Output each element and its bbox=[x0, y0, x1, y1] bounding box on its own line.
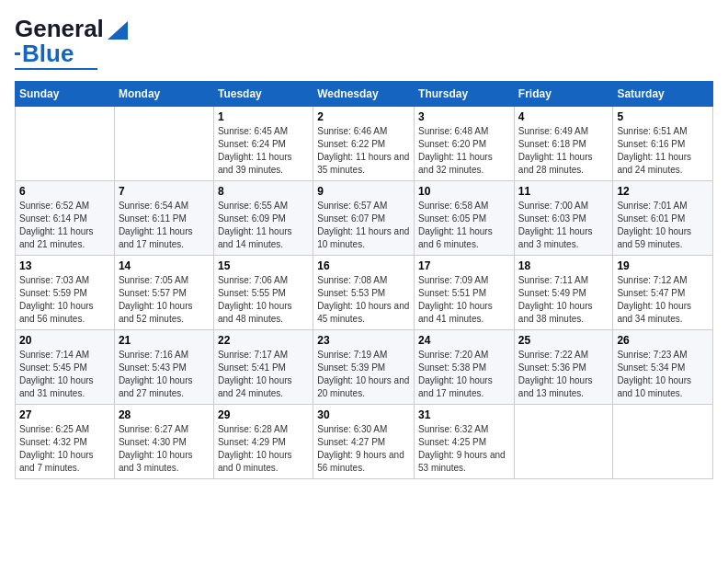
calendar-cell: 15Sunrise: 7:06 AM Sunset: 5:55 PM Dayli… bbox=[213, 256, 313, 330]
day-info: Sunrise: 7:19 AM Sunset: 5:39 PM Dayligh… bbox=[317, 349, 410, 400]
day-info: Sunrise: 7:06 AM Sunset: 5:55 PM Dayligh… bbox=[218, 274, 309, 326]
day-info: Sunrise: 6:51 AM Sunset: 6:16 PM Dayligh… bbox=[617, 125, 709, 177]
day-number: 5 bbox=[617, 110, 709, 123]
calendar-cell: 4Sunrise: 6:49 AM Sunset: 6:18 PM Daylig… bbox=[514, 107, 613, 181]
calendar-cell: 28Sunrise: 6:27 AM Sunset: 4:30 PM Dayli… bbox=[114, 405, 213, 479]
calendar-cell: 14Sunrise: 7:05 AM Sunset: 5:57 PM Dayli… bbox=[114, 256, 213, 330]
calendar-cell: 9Sunrise: 6:57 AM Sunset: 6:07 PM Daylig… bbox=[313, 181, 415, 256]
day-number: 30 bbox=[317, 408, 410, 421]
calendar-cell bbox=[114, 107, 213, 181]
calendar-cell: 10Sunrise: 6:58 AM Sunset: 6:05 PM Dayli… bbox=[415, 181, 515, 256]
day-info: Sunrise: 6:32 AM Sunset: 4:25 PM Dayligh… bbox=[418, 423, 510, 475]
day-info: Sunrise: 7:01 AM Sunset: 6:01 PM Dayligh… bbox=[617, 200, 709, 251]
day-number: 3 bbox=[418, 110, 510, 123]
dow-header: Saturday bbox=[613, 82, 713, 107]
calendar-cell: 22Sunrise: 7:17 AM Sunset: 5:41 PM Dayli… bbox=[213, 330, 313, 405]
day-info: Sunrise: 7:14 AM Sunset: 5:45 PM Dayligh… bbox=[19, 349, 110, 400]
day-info: Sunrise: 7:17 AM Sunset: 5:41 PM Dayligh… bbox=[218, 349, 309, 400]
calendar-cell: 20Sunrise: 7:14 AM Sunset: 5:45 PM Dayli… bbox=[16, 330, 115, 405]
calendar-cell: 3Sunrise: 6:48 AM Sunset: 6:20 PM Daylig… bbox=[415, 107, 515, 181]
calendar-cell: 26Sunrise: 7:23 AM Sunset: 5:34 PM Dayli… bbox=[613, 330, 713, 405]
day-info: Sunrise: 6:58 AM Sunset: 6:05 PM Dayligh… bbox=[418, 200, 510, 251]
calendar-cell: 17Sunrise: 7:09 AM Sunset: 5:51 PM Dayli… bbox=[415, 256, 515, 330]
day-info: Sunrise: 6:46 AM Sunset: 6:22 PM Dayligh… bbox=[317, 125, 410, 177]
day-info: Sunrise: 6:45 AM Sunset: 6:24 PM Dayligh… bbox=[218, 125, 309, 177]
day-number: 17 bbox=[418, 259, 510, 272]
calendar-cell: 19Sunrise: 7:12 AM Sunset: 5:47 PM Dayli… bbox=[613, 256, 713, 330]
calendar-cell: 31Sunrise: 6:32 AM Sunset: 4:25 PM Dayli… bbox=[415, 405, 515, 479]
day-number: 25 bbox=[518, 334, 609, 347]
dow-header: Friday bbox=[514, 82, 613, 107]
day-info: Sunrise: 7:20 AM Sunset: 5:38 PM Dayligh… bbox=[418, 349, 510, 400]
day-number: 18 bbox=[518, 259, 609, 272]
calendar-cell: 16Sunrise: 7:08 AM Sunset: 5:53 PM Dayli… bbox=[313, 256, 415, 330]
day-number: 4 bbox=[518, 110, 609, 123]
day-number: 16 bbox=[317, 259, 410, 272]
calendar-cell: 24Sunrise: 7:20 AM Sunset: 5:38 PM Dayli… bbox=[415, 330, 515, 405]
day-info: Sunrise: 7:23 AM Sunset: 5:34 PM Dayligh… bbox=[617, 349, 709, 400]
day-number: 19 bbox=[617, 259, 709, 272]
day-info: Sunrise: 7:00 AM Sunset: 6:03 PM Dayligh… bbox=[518, 200, 609, 251]
day-number: 21 bbox=[119, 334, 210, 347]
day-info: Sunrise: 6:55 AM Sunset: 6:09 PM Dayligh… bbox=[218, 200, 309, 251]
day-info: Sunrise: 7:05 AM Sunset: 5:57 PM Dayligh… bbox=[119, 274, 210, 326]
logo: General Blue bbox=[15, 15, 128, 70]
day-number: 13 bbox=[19, 259, 110, 272]
calendar-cell: 21Sunrise: 7:16 AM Sunset: 5:43 PM Dayli… bbox=[114, 330, 213, 405]
day-info: Sunrise: 6:30 AM Sunset: 4:27 PM Dayligh… bbox=[317, 423, 410, 475]
calendar-cell: 30Sunrise: 6:30 AM Sunset: 4:27 PM Dayli… bbox=[313, 405, 415, 479]
day-info: Sunrise: 6:57 AM Sunset: 6:07 PM Dayligh… bbox=[317, 200, 410, 251]
day-number: 6 bbox=[19, 185, 110, 198]
day-number: 22 bbox=[218, 334, 309, 347]
calendar-cell: 27Sunrise: 6:25 AM Sunset: 4:32 PM Dayli… bbox=[16, 405, 115, 479]
logo-arrow-icon bbox=[108, 21, 128, 40]
calendar-cell: 13Sunrise: 7:03 AM Sunset: 5:59 PM Dayli… bbox=[16, 256, 115, 330]
dow-header: Tuesday bbox=[213, 82, 313, 107]
day-number: 8 bbox=[218, 185, 309, 198]
page-header: General Blue bbox=[15, 15, 713, 70]
day-info: Sunrise: 7:22 AM Sunset: 5:36 PM Dayligh… bbox=[518, 349, 609, 400]
dow-header: Wednesday bbox=[313, 82, 415, 107]
calendar-cell bbox=[613, 405, 713, 479]
day-info: Sunrise: 6:48 AM Sunset: 6:20 PM Dayligh… bbox=[418, 125, 510, 177]
day-number: 24 bbox=[418, 334, 510, 347]
day-info: Sunrise: 7:16 AM Sunset: 5:43 PM Dayligh… bbox=[119, 349, 210, 400]
day-number: 14 bbox=[119, 259, 210, 272]
day-info: Sunrise: 7:11 AM Sunset: 5:49 PM Dayligh… bbox=[518, 274, 609, 326]
day-number: 1 bbox=[218, 110, 309, 123]
day-info: Sunrise: 6:49 AM Sunset: 6:18 PM Dayligh… bbox=[518, 125, 609, 177]
calendar-cell: 1Sunrise: 6:45 AM Sunset: 6:24 PM Daylig… bbox=[213, 107, 313, 181]
calendar-cell: 12Sunrise: 7:01 AM Sunset: 6:01 PM Dayli… bbox=[613, 181, 713, 256]
day-number: 9 bbox=[317, 185, 410, 198]
calendar-cell: 23Sunrise: 7:19 AM Sunset: 5:39 PM Dayli… bbox=[313, 330, 415, 405]
calendar-cell: 7Sunrise: 6:54 AM Sunset: 6:11 PM Daylig… bbox=[114, 181, 213, 256]
svg-marker-0 bbox=[108, 21, 128, 40]
calendar-cell: 25Sunrise: 7:22 AM Sunset: 5:36 PM Dayli… bbox=[514, 330, 613, 405]
dow-header: Monday bbox=[114, 82, 213, 107]
day-info: Sunrise: 6:28 AM Sunset: 4:29 PM Dayligh… bbox=[218, 423, 309, 475]
day-number: 12 bbox=[617, 185, 709, 198]
calendar-cell: 11Sunrise: 7:00 AM Sunset: 6:03 PM Dayli… bbox=[514, 181, 613, 256]
day-number: 15 bbox=[218, 259, 309, 272]
calendar-cell: 8Sunrise: 6:55 AM Sunset: 6:09 PM Daylig… bbox=[213, 181, 313, 256]
calendar-cell: 5Sunrise: 6:51 AM Sunset: 6:16 PM Daylig… bbox=[613, 107, 713, 181]
calendar-cell bbox=[514, 405, 613, 479]
calendar-cell bbox=[16, 107, 115, 181]
day-info: Sunrise: 6:54 AM Sunset: 6:11 PM Dayligh… bbox=[119, 200, 210, 251]
day-number: 2 bbox=[317, 110, 410, 123]
day-number: 29 bbox=[218, 408, 309, 421]
day-info: Sunrise: 6:52 AM Sunset: 6:14 PM Dayligh… bbox=[19, 200, 110, 251]
day-info: Sunrise: 6:25 AM Sunset: 4:32 PM Dayligh… bbox=[19, 423, 110, 475]
logo-blue: Blue bbox=[22, 40, 74, 68]
day-info: Sunrise: 7:09 AM Sunset: 5:51 PM Dayligh… bbox=[418, 274, 510, 326]
dow-header: Sunday bbox=[16, 82, 115, 107]
day-info: Sunrise: 7:03 AM Sunset: 5:59 PM Dayligh… bbox=[19, 274, 110, 326]
calendar-cell: 6Sunrise: 6:52 AM Sunset: 6:14 PM Daylig… bbox=[16, 181, 115, 256]
day-info: Sunrise: 7:12 AM Sunset: 5:47 PM Dayligh… bbox=[617, 274, 709, 326]
dow-header: Thursday bbox=[415, 82, 515, 107]
calendar-cell: 2Sunrise: 6:46 AM Sunset: 6:22 PM Daylig… bbox=[313, 107, 415, 181]
day-number: 7 bbox=[119, 185, 210, 198]
day-info: Sunrise: 6:27 AM Sunset: 4:30 PM Dayligh… bbox=[119, 423, 210, 475]
day-number: 28 bbox=[119, 408, 210, 421]
calendar-cell: 18Sunrise: 7:11 AM Sunset: 5:49 PM Dayli… bbox=[514, 256, 613, 330]
